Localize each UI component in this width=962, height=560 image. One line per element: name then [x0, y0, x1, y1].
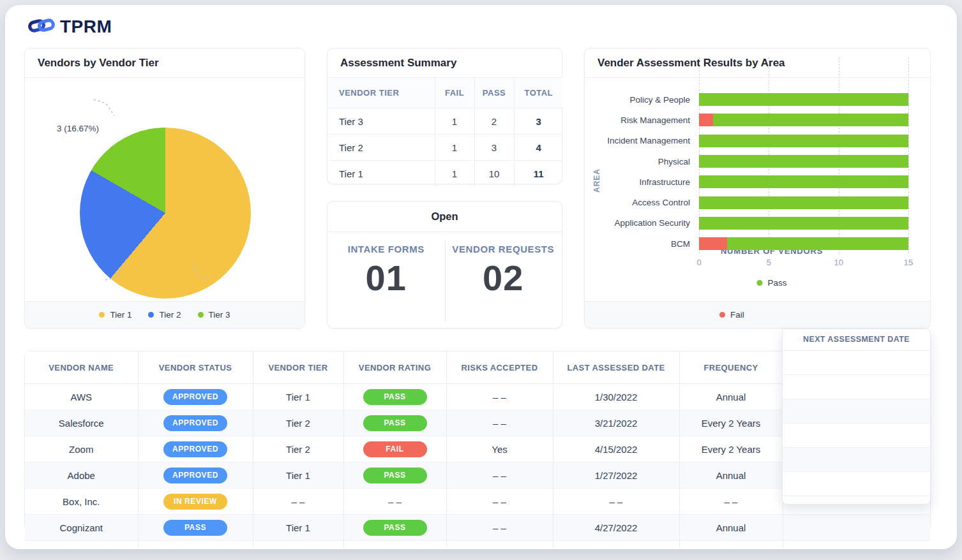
summary-row[interactable]: Tier 1 1 10 11: [327, 161, 563, 187]
cell-frequency: Annual: [679, 462, 783, 489]
intake-forms-count: 01: [327, 257, 445, 298]
pie-legend: Tier 1 Tier 2 Tier 3: [25, 301, 304, 328]
cell-last-assessed: 4/27/2022: [553, 515, 679, 541]
cell-last-assessed: 4/15/2022: [553, 436, 679, 462]
intake-forms-stat: INTAKE FORMS 01: [327, 232, 445, 328]
cell-frequency: Annual: [679, 384, 783, 410]
legend-dot-icon: [198, 312, 204, 318]
cell-next-assessment: [783, 515, 930, 541]
vendor-tier-pie-chart[interactable]: [80, 128, 251, 298]
bar-pass-segment: [699, 135, 908, 147]
cell-vendor-tier: Tier 1: [253, 462, 343, 489]
cell-total: 4: [514, 135, 563, 161]
rating-badge: PASS: [363, 415, 427, 431]
x-tick-15: 15: [904, 258, 913, 267]
cell-fail: 1: [435, 161, 474, 187]
bar-track: [699, 155, 908, 168]
fail-dot-icon: [719, 312, 725, 318]
col-vendor-tier: VENDOR TIER: [253, 351, 343, 384]
bar-pass-segment: [699, 196, 908, 209]
rating-badge: PASS: [363, 468, 427, 483]
cell-pass: 10: [474, 161, 514, 187]
next-assessment-date-cell: [783, 472, 930, 496]
open-card-body: INTAKE FORMS 01 VENDOR REQUESTS 02: [327, 232, 562, 328]
bar-category-label: Policy & People: [585, 95, 699, 105]
col-vendor-rating: VENDOR RATING: [343, 351, 446, 384]
assessment-summary-card: Assessment Summary VENDOR TIER FAIL PASS…: [327, 48, 562, 184]
bar-category-label: Incident Management: [585, 136, 699, 145]
cell-pass: 2: [474, 108, 514, 135]
legend-label: Tier 3: [209, 310, 230, 320]
col-last-assessed: LAST ASSESSED DATE: [553, 351, 679, 384]
legend-item[interactable]: Tier 2: [148, 310, 181, 320]
legend-dot-icon: [99, 312, 105, 318]
app-logo: TPRM: [28, 17, 112, 37]
cell-vendor-tier: – –: [253, 489, 343, 515]
cell-vendor-tier: Tier 2: [253, 436, 343, 462]
table-filler-row: [25, 541, 930, 548]
legend-pass[interactable]: Pass: [756, 278, 786, 288]
cell-vendor-name: Box, Inc.: [25, 489, 138, 515]
status-badge: PASS: [163, 520, 227, 536]
card-header: Open: [327, 202, 562, 232]
chain-link-icon: [28, 17, 55, 37]
cell-last-assessed: 1/27/2022: [553, 462, 679, 489]
cell-frequency: – –: [679, 489, 783, 515]
cell-vendor-name: Salesforce: [25, 410, 138, 436]
cell-vendor-tier: Tier 1: [253, 384, 343, 410]
x-tick-10: 10: [834, 258, 843, 267]
cell-vendor-rating: PASS: [343, 462, 446, 489]
x-tick-0: 0: [696, 258, 701, 267]
cell-last-assessed: – –: [553, 489, 679, 515]
cell-vendor-rating: PASS: [343, 384, 446, 410]
legend-label: Tier 2: [159, 310, 181, 320]
bar-row: Incident Management: [585, 131, 908, 151]
bar-card-footer: Fail: [585, 301, 930, 328]
legend-item[interactable]: Tier 3: [198, 310, 230, 320]
bar-row: Access Control: [585, 192, 908, 212]
bar-track: [699, 196, 908, 209]
cell-frequency: Annual: [679, 515, 783, 541]
rating-badge: PASS: [363, 389, 427, 405]
col-vendor-status: VENDOR STATUS: [138, 351, 253, 384]
cell-risks-accepted: – –: [446, 410, 553, 436]
bar-pass-segment: [699, 175, 908, 188]
bar-row: Application Security: [585, 213, 908, 233]
bar-fail-segment: [699, 237, 727, 250]
cell-vendor-rating: – –: [343, 489, 446, 515]
col-total: TOTAL: [514, 78, 563, 108]
cell-vendor-tier: Tier 1: [253, 515, 343, 541]
legend-item[interactable]: Tier 1: [99, 310, 132, 320]
assessment-results-by-area-card: Vender Assessment Results by Area NUMBER…: [584, 48, 931, 328]
card-title: Assessment Summary: [340, 57, 456, 70]
cell-risks-accepted: Yes: [446, 436, 553, 462]
vendor-requests-label: VENDOR REQUESTS: [445, 244, 562, 254]
next-assessment-date-cell: [783, 424, 930, 448]
card-title: Vendors by Vendor Tier: [38, 57, 159, 70]
status-badge: APPROVED: [163, 415, 227, 431]
next-assessment-rows: [783, 351, 930, 496]
bar-category-label: Application Security: [585, 218, 699, 228]
table-row[interactable]: Cognizant PASS Tier 1 PASS – – 4/27/2022…: [25, 515, 930, 541]
cell-total: 3: [514, 108, 563, 135]
summary-row[interactable]: Tier 2 1 3 4: [327, 135, 563, 161]
cell-tier: Tier 1: [327, 161, 435, 187]
pie-label-tier3: 3 (16.67%): [57, 124, 99, 133]
status-badge: APPROVED: [163, 441, 227, 457]
col-vendor-tier: VENDOR TIER: [327, 78, 435, 108]
bar-track: [699, 135, 908, 147]
card-header: Vendors by Vendor Tier: [25, 48, 304, 78]
cell-vendor-rating: PASS: [343, 515, 446, 541]
bar-track: [699, 217, 908, 230]
assessment-summary-table: VENDOR TIER FAIL PASS TOTAL Tier 3 1 2 3…: [327, 78, 563, 186]
legend-label: Tier 1: [110, 310, 132, 320]
col-risks-accepted: RISKS ACCEPTED: [446, 351, 553, 384]
legend-fail[interactable]: Fail: [719, 310, 744, 320]
summary-row[interactable]: Tier 3 1 2 3: [327, 108, 563, 135]
vendor-requests-stat: VENDOR REQUESTS 02: [445, 232, 562, 328]
summary-header-row: VENDOR TIER FAIL PASS TOTAL: [327, 78, 563, 108]
legend-fail-label: Fail: [730, 310, 744, 320]
cell-last-assessed: 1/30/2022: [553, 384, 679, 410]
legend-dot-icon: [148, 312, 154, 318]
cell-vendor-status: APPROVED: [138, 410, 253, 436]
